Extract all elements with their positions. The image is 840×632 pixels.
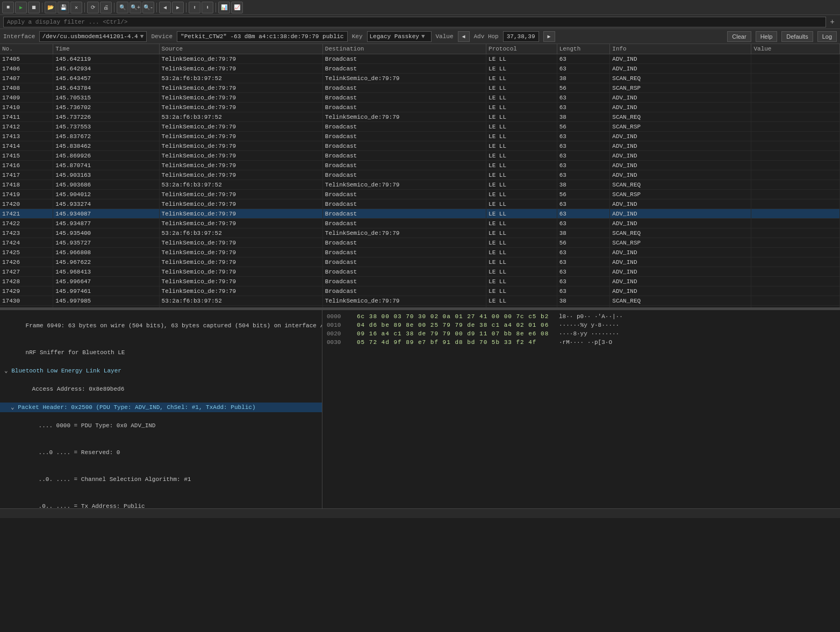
add-filter-btn[interactable]: +: [828, 18, 837, 26]
table-row[interactable]: 17429145.997461TelinkSemico_de:79:79Broa…: [0, 286, 840, 296]
interface-select[interactable]: /dev/cu.usbmodem1441201-4.4 ▼: [39, 31, 147, 42]
adv-hop-next-btn[interactable]: ▶: [543, 31, 555, 42]
hex-panel: 00006c 38 00 03 70 30 02 0a 01 27 41 00 …: [322, 310, 840, 508]
print-btn[interactable]: 🖨: [100, 2, 112, 13]
toolbar: ■ ▶ ⏹ 📂 💾 ✕ ⟳ 🖨 🔍 🔍+ 🔍- ◀ ▶ ⬆ ⬇ 📊 📈: [0, 0, 840, 15]
table-row[interactable]: 17418145.90368653:2a:f6:b3:97:52TelinkSe…: [0, 180, 840, 190]
table-row[interactable]: 17427145.968413TelinkSemico_de:79:79Broa…: [0, 267, 840, 277]
log-button[interactable]: Log: [817, 31, 837, 42]
interface-bar: Interface /dev/cu.usbmodem1441201-4.4 ▼ …: [0, 29, 840, 44]
reload-btn[interactable]: ⟳: [87, 2, 99, 13]
adv-hop-value: 37,38,39: [503, 31, 539, 42]
table-row[interactable]: 17426145.967622TelinkSemico_de:79:79Broa…: [0, 257, 840, 267]
table-row[interactable]: 17420145.933274TelinkSemico_de:79:79Broa…: [0, 199, 840, 209]
value-prev-btn[interactable]: ◀: [458, 31, 470, 42]
table-row[interactable]: 17411145.73722653:2a:f6:b3:97:52TelinkSe…: [0, 112, 840, 122]
frame-info-line[interactable]: Frame 6949: 63 bytes on wire (504 bits),…: [0, 312, 322, 339]
save-btn[interactable]: 💾: [58, 2, 69, 13]
help-button[interactable]: Help: [756, 31, 778, 42]
table-row[interactable]: 17413145.837672TelinkSemico_de:79:79Broa…: [0, 132, 840, 141]
up-btn[interactable]: ⬆: [189, 2, 200, 13]
forward-btn[interactable]: ▶: [172, 2, 184, 13]
access-addr-line[interactable]: Access Address: 0x8e89bed6: [0, 376, 322, 403]
hex-row: 002009 16 a4 c1 38 de 79 79 00 d9 11 07 …: [327, 329, 836, 338]
table-row[interactable]: 17425145.966808TelinkSemico_de:79:79Broa…: [0, 248, 840, 257]
zoom-out-btn[interactable]: 🔍-: [142, 2, 154, 13]
open-btn[interactable]: 📂: [45, 2, 56, 13]
table-row[interactable]: 17414145.838462TelinkSemico_de:79:79Broa…: [0, 141, 840, 151]
key-select[interactable]: Legacy Passkey ▼: [367, 31, 432, 42]
restart-btn[interactable]: ⏹: [28, 2, 40, 13]
col-header-no[interactable]: No.: [0, 44, 53, 54]
col-header-source[interactable]: Source: [159, 44, 322, 54]
packet-list: No. Time Source Destination Protocol Len…: [0, 44, 840, 307]
zoom-in-btn[interactable]: 🔍+: [130, 2, 141, 13]
table-row[interactable]: 17412145.737553TelinkSemico_de:79:79Broa…: [0, 122, 840, 132]
interface-label: Interface: [3, 33, 35, 40]
hex-row: 001004 d6 be 89 8e 00 25 79 79 de 38 c1 …: [327, 321, 836, 329]
table-row[interactable]: 17408145.643784TelinkSemico_de:79:79Broa…: [0, 83, 840, 93]
status-bar: [0, 508, 840, 518]
device-value: "Petkit_CTW2" -63 dBm a4:c1:38:de:79:79 …: [177, 31, 348, 42]
col-header-info[interactable]: Info: [610, 44, 751, 54]
chart2-btn[interactable]: 📈: [231, 2, 243, 13]
table-row[interactable]: 17421145.934087TelinkSemico_de:79:79Broa…: [0, 209, 840, 219]
clear-button[interactable]: Clear: [727, 31, 751, 42]
table-row[interactable]: 17417145.903163TelinkSemico_de:79:79Broa…: [0, 170, 840, 180]
col-header-destination[interactable]: Destination: [322, 44, 486, 54]
table-row[interactable]: 17423145.93540053:2a:f6:b3:97:52TelinkSe…: [0, 228, 840, 238]
adv-hop-label: Adv Hop: [474, 33, 499, 40]
col-header-length[interactable]: Length: [557, 44, 610, 54]
bottom-area: Frame 6949: 63 bytes on wire (504 bits),…: [0, 310, 840, 508]
nrf-line[interactable]: nRF Sniffer for Bluetooth LE: [0, 339, 322, 366]
col-header-value[interactable]: Value: [751, 44, 840, 54]
col-header-protocol[interactable]: Protocol: [486, 44, 557, 54]
ph-detail1: .... 0000 = PDU Type: 0x0 ADV_IND: [0, 412, 322, 439]
stop-btn[interactable]: ■: [2, 2, 14, 13]
key-label: Key: [352, 33, 363, 40]
ph-detail3: ..0. .... = Channel Selection Algorithm:…: [0, 466, 322, 493]
find-btn[interactable]: 🔍: [117, 2, 128, 13]
table-row[interactable]: 17406145.642934TelinkSemico_de:79:79Broa…: [0, 64, 840, 74]
start-btn[interactable]: ▶: [15, 2, 27, 13]
defaults-button[interactable]: Defaults: [781, 31, 813, 42]
packet-header-line[interactable]: ⌄ Packet Header: 0x2500 (PDU Type: ADV_I…: [0, 403, 322, 412]
table-row[interactable]: 17407145.64345753:2a:f6:b3:97:52TelinkSe…: [0, 74, 840, 83]
device-label: Device: [151, 33, 173, 40]
hex-row: 00006c 38 00 03 70 30 02 0a 01 27 41 00 …: [327, 312, 836, 321]
table-row[interactable]: 17424145.935727TelinkSemico_de:79:79Broa…: [0, 238, 840, 248]
table-row[interactable]: 17415145.869926TelinkSemico_de:79:79Broa…: [0, 151, 840, 161]
table-row[interactable]: 17410145.736702TelinkSemico_de:79:79Broa…: [0, 103, 840, 112]
filter-bar: +: [0, 15, 840, 29]
hex-row: 003005 72 4d 9f 89 e7 bf 91 d8 bd 70 5b …: [327, 338, 836, 347]
value-label: Value: [436, 33, 454, 40]
down-btn[interactable]: ⬇: [202, 2, 213, 13]
ph-detail4: .0.. .... = Tx Address: Public: [0, 493, 322, 508]
ble-layer-line[interactable]: ⌄ Bluetooth Low Energy Link Layer: [0, 366, 322, 376]
table-row[interactable]: 17416145.870741TelinkSemico_de:79:79Broa…: [0, 161, 840, 170]
display-filter-input[interactable]: [3, 17, 826, 27]
table-row[interactable]: 17428145.996647TelinkSemico_de:79:79Broa…: [0, 277, 840, 286]
table-row[interactable]: 17422145.934877TelinkSemico_de:79:79Broa…: [0, 219, 840, 228]
table-row[interactable]: 17409145.705315TelinkSemico_de:79:79Broa…: [0, 93, 840, 103]
close-btn[interactable]: ✕: [70, 2, 82, 13]
back-btn[interactable]: ◀: [159, 2, 171, 13]
table-row[interactable]: 17405145.642119TelinkSemico_de:79:79Broa…: [0, 54, 840, 64]
detail-panel: Frame 6949: 63 bytes on wire (504 bits),…: [0, 310, 322, 508]
table-row[interactable]: 17419145.904012TelinkSemico_de:79:79Broa…: [0, 190, 840, 199]
chart-btn[interactable]: 📊: [218, 2, 230, 13]
table-row[interactable]: 17430145.99798553:2a:f6:b3:97:52TelinkSe…: [0, 296, 840, 306]
ph-detail2: ...0 .... = Reserved: 0: [0, 439, 322, 466]
col-header-time[interactable]: Time: [53, 44, 159, 54]
